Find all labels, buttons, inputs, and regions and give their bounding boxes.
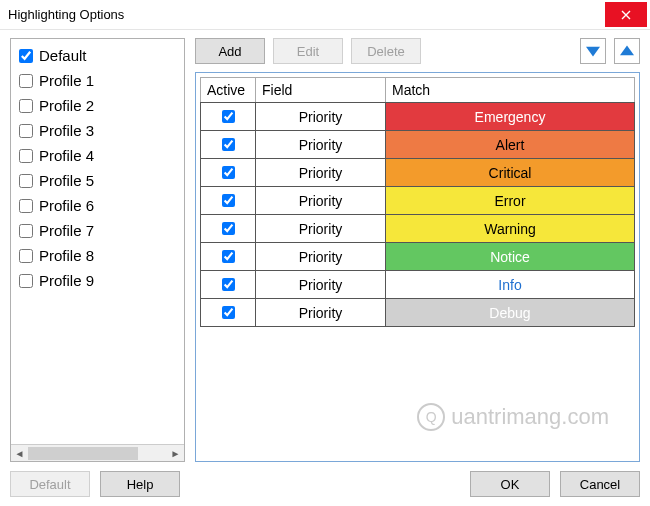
profile-item[interactable]: Profile 5 [11,168,184,193]
active-checkbox[interactable] [222,138,235,151]
profile-checkbox[interactable] [19,49,33,63]
field-cell: Priority [256,271,386,299]
field-cell: Priority [256,215,386,243]
table-row[interactable]: PriorityInfo [201,271,635,299]
active-cell [201,271,256,299]
profile-list: DefaultProfile 1Profile 2Profile 3Profil… [11,39,184,297]
col-field[interactable]: Field [256,78,386,103]
profile-item[interactable]: Default [11,43,184,68]
field-cell: Priority [256,103,386,131]
profile-checkbox[interactable] [19,74,33,88]
watermark-icon: Q [417,403,445,431]
dialog-window: Highlighting Options DefaultProfile 1Pro… [0,0,650,506]
field-cell: Priority [256,131,386,159]
profile-item[interactable]: Profile 8 [11,243,184,268]
active-cell [201,299,256,327]
table-row[interactable]: PriorityDebug [201,299,635,327]
default-button[interactable]: Default [10,471,90,497]
active-cell [201,159,256,187]
match-cell: Warning [386,215,635,243]
match-cell: Debug [386,299,635,327]
profile-label: Profile 8 [39,247,94,264]
ok-button[interactable]: OK [470,471,550,497]
profile-checkbox[interactable] [19,149,33,163]
move-up-button[interactable] [614,38,640,64]
table-row[interactable]: PriorityEmergency [201,103,635,131]
scroll-track[interactable] [28,445,167,462]
profile-checkbox[interactable] [19,199,33,213]
scroll-right-icon[interactable]: ► [167,445,184,462]
profile-label: Profile 9 [39,272,94,289]
close-icon [621,10,631,20]
field-cell: Priority [256,243,386,271]
field-cell: Priority [256,159,386,187]
profile-item[interactable]: Profile 9 [11,268,184,293]
dialog-body: DefaultProfile 1Profile 2Profile 3Profil… [0,30,650,462]
profile-label: Default [39,47,87,64]
active-checkbox[interactable] [222,166,235,179]
cancel-button[interactable]: Cancel [560,471,640,497]
active-checkbox[interactable] [222,250,235,263]
field-cell: Priority [256,187,386,215]
profile-listbox[interactable]: DefaultProfile 1Profile 2Profile 3Profil… [10,38,185,462]
active-checkbox[interactable] [222,306,235,319]
col-match[interactable]: Match [386,78,635,103]
titlebar: Highlighting Options [0,0,650,30]
table-row[interactable]: PriorityAlert [201,131,635,159]
active-cell [201,215,256,243]
profile-checkbox[interactable] [19,174,33,188]
delete-button[interactable]: Delete [351,38,421,64]
profile-item[interactable]: Profile 1 [11,68,184,93]
match-cell: Info [386,271,635,299]
profile-checkbox[interactable] [19,249,33,263]
profile-checkbox[interactable] [19,124,33,138]
profile-label: Profile 6 [39,197,94,214]
profile-item[interactable]: Profile 2 [11,93,184,118]
field-cell: Priority [256,299,386,327]
profile-item[interactable]: Profile 3 [11,118,184,143]
edit-button[interactable]: Edit [273,38,343,64]
scroll-left-icon[interactable]: ◄ [11,445,28,462]
match-cell: Notice [386,243,635,271]
main-panel: Add Edit Delete Active Field [195,38,640,462]
match-cell: Emergency [386,103,635,131]
active-checkbox[interactable] [222,222,235,235]
profile-checkbox[interactable] [19,99,33,113]
table-row[interactable]: PriorityNotice [201,243,635,271]
table-row[interactable]: PriorityError [201,187,635,215]
profile-item[interactable]: Profile 6 [11,193,184,218]
help-button[interactable]: Help [100,471,180,497]
active-cell [201,243,256,271]
h-scrollbar[interactable]: ◄ ► [11,444,184,461]
table-row[interactable]: PriorityWarning [201,215,635,243]
svg-marker-1 [620,45,634,55]
active-checkbox[interactable] [222,194,235,207]
profile-checkbox[interactable] [19,274,33,288]
watermark: Q uantrimang.com [417,403,609,431]
profile-item[interactable]: Profile 4 [11,143,184,168]
rules-panel: Active Field Match PriorityEmergencyPrio… [195,72,640,462]
move-down-button[interactable] [580,38,606,64]
close-button[interactable] [605,2,647,27]
profile-label: Profile 1 [39,72,94,89]
table-header-row: Active Field Match [201,78,635,103]
scroll-thumb[interactable] [28,447,138,460]
match-cell: Critical [386,159,635,187]
add-button[interactable]: Add [195,38,265,64]
col-active[interactable]: Active [201,78,256,103]
active-checkbox[interactable] [222,278,235,291]
active-cell [201,187,256,215]
rules-table: Active Field Match PriorityEmergencyPrio… [200,77,635,327]
active-checkbox[interactable] [222,110,235,123]
profile-label: Profile 4 [39,147,94,164]
watermark-text: uantrimang.com [451,404,609,430]
profile-checkbox[interactable] [19,224,33,238]
match-cell: Error [386,187,635,215]
active-cell [201,131,256,159]
window-title: Highlighting Options [8,7,124,22]
triangle-down-icon [586,44,600,58]
table-row[interactable]: PriorityCritical [201,159,635,187]
profile-label: Profile 2 [39,97,94,114]
profile-label: Profile 7 [39,222,94,239]
profile-item[interactable]: Profile 7 [11,218,184,243]
